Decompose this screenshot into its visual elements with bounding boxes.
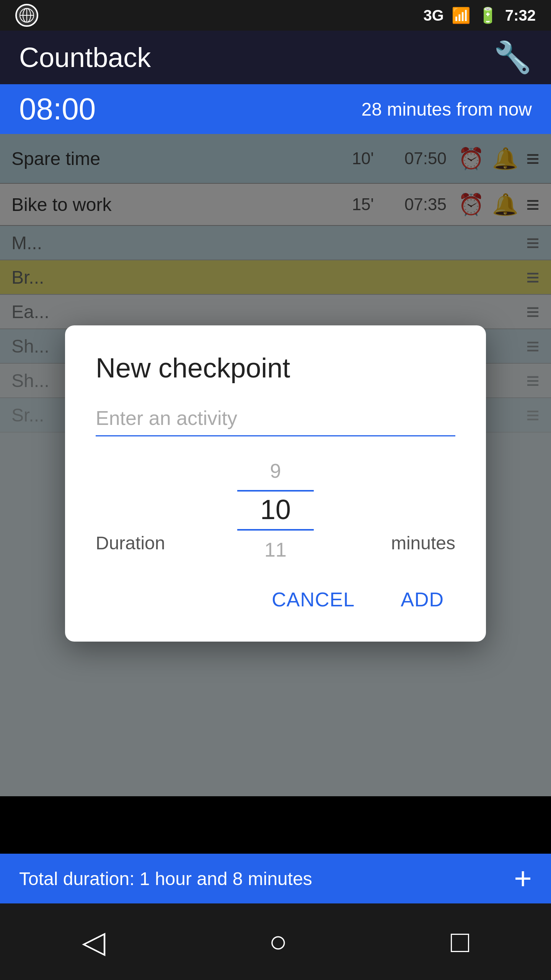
picker-labels: Duration 9 10 11 minutes [96,459,455,561]
picker-above-value: 9 [270,459,281,482]
recents-button[interactable]: □ [451,924,469,959]
globe-icon [15,4,38,27]
new-checkpoint-dialog: New checkpoint Duration 9 10 11 minutes … [65,325,486,642]
clock: 7:32 [505,7,536,24]
dialog-buttons: CANCEL ADD [96,580,455,619]
time-from-now: 28 minutes from now [361,99,532,120]
dialog-title: New checkpoint [96,352,455,384]
picker-selected-value: 10 [237,490,314,531]
app-header: Countback 🔧 [0,31,551,84]
current-time: 08:00 [19,91,96,127]
bottom-bar: Total duration: 1 hour and 8 minutes + [0,854,551,903]
wrench-icon[interactable]: 🔧 [494,39,532,75]
duration-label: Duration [96,532,165,554]
number-picker: Duration 9 10 11 minutes [96,459,455,561]
nav-bar: ◁ ○ □ [0,903,551,980]
home-button[interactable]: ○ [269,924,287,959]
battery-icon: 🔋 [478,7,497,24]
cancel-button[interactable]: CANCEL [260,580,366,619]
status-bar-left [15,4,38,27]
main-content: Spare time 10' 07:50 ⏰ 🔔 ≡ Bike to work … [0,134,551,796]
app-title: Countback [19,42,151,73]
back-button[interactable]: ◁ [82,924,106,960]
add-button[interactable]: ADD [389,580,455,619]
minutes-label: minutes [391,532,455,554]
activity-input[interactable] [96,403,455,436]
picker-below-value: 11 [264,538,287,561]
total-duration-text: Total duration: 1 hour and 8 minutes [19,868,312,889]
dialog-overlay: New checkpoint Duration 9 10 11 minutes … [0,134,551,796]
time-bar: 08:00 28 minutes from now [0,84,551,134]
add-activity-button[interactable]: + [514,861,532,896]
network-indicator: 3G [424,7,444,24]
status-bar: 3G 📶 🔋 7:32 [0,0,551,31]
status-bar-right: 3G 📶 🔋 7:32 [424,7,536,24]
signal-bars: 📶 [452,7,471,24]
